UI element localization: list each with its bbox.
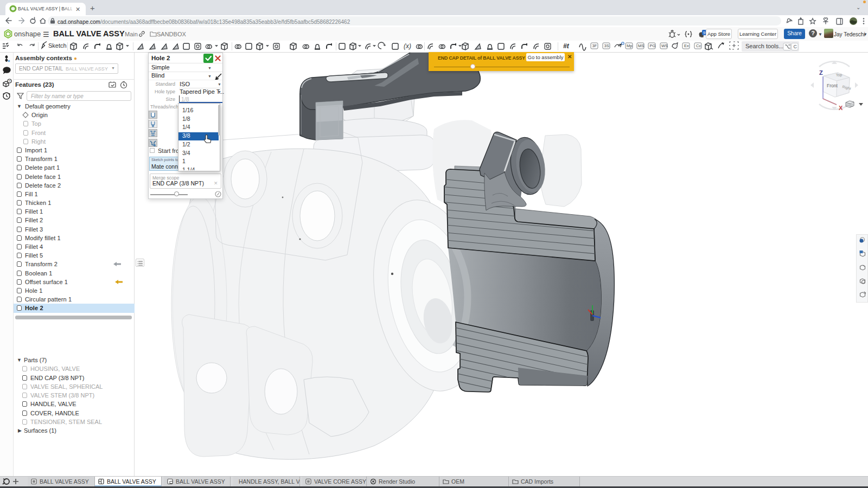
svg-text:MS: MS <box>638 43 644 48</box>
svg-text:Front: Front <box>827 83 838 88</box>
svg-text:3S: 3S <box>604 43 609 48</box>
svg-text:Cc: Cc <box>696 43 701 48</box>
svg-text:Search tools...: Search tools... <box>745 43 783 49</box>
svg-text:X: X <box>839 105 843 111</box>
svg-text:PG: PG <box>650 43 656 48</box>
svg-text:Sketch: Sketch <box>48 42 67 49</box>
svg-text:#t: #t <box>563 42 570 50</box>
svg-text:?: ? <box>9 80 10 83</box>
svg-text:C: C <box>794 44 797 49</box>
svg-text:3F: 3F <box>592 43 597 48</box>
svg-text:(x): (x) <box>404 42 411 50</box>
svg-text:Z: Z <box>819 69 823 76</box>
svg-text:Mp: Mp <box>627 43 632 48</box>
svg-text:WS: WS <box>661 43 668 48</box>
svg-text:Ex: Ex <box>684 43 689 48</box>
